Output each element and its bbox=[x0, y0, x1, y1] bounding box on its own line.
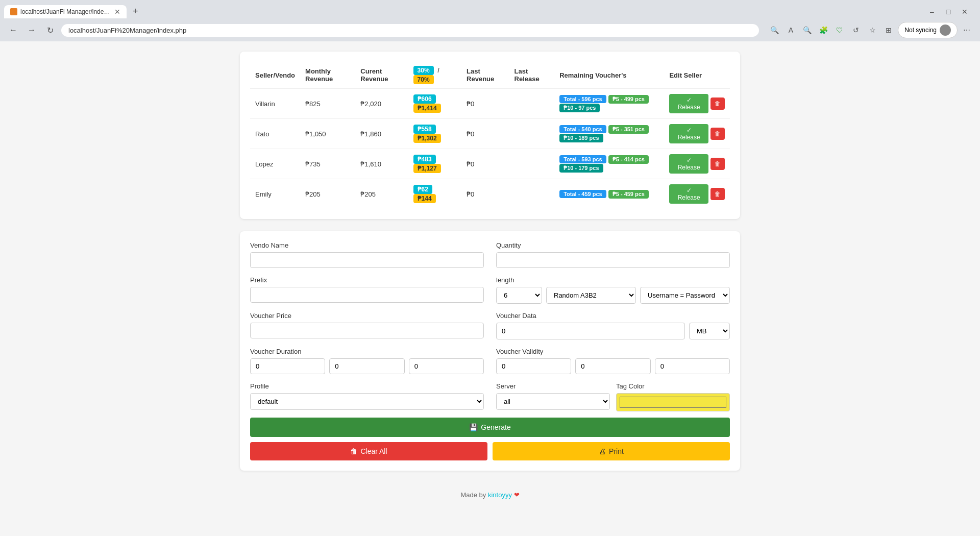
vendo-name-input[interactable] bbox=[250, 252, 484, 268]
delete-button[interactable]: 🗑 bbox=[710, 188, 725, 200]
col-monthly: Monthly Revenue bbox=[300, 62, 355, 89]
cell-current: ₱1,860 bbox=[355, 119, 408, 149]
voucher-badge: ₱10 - 97 pcs bbox=[559, 104, 600, 112]
validity-input-1[interactable] bbox=[496, 358, 571, 374]
voucher-price-group: Voucher Price bbox=[250, 312, 484, 339]
tab-close-button[interactable]: ✕ bbox=[114, 8, 120, 15]
sync-button[interactable]: Not syncing bbox=[898, 22, 958, 38]
release-button[interactable]: ✓ Release bbox=[669, 124, 708, 143]
prefix-input[interactable] bbox=[250, 287, 484, 303]
font-icon[interactable]: A bbox=[783, 23, 798, 37]
tab-favicon bbox=[10, 8, 17, 15]
edit-cell: ✓ Release 🗑 bbox=[669, 124, 725, 143]
edit-cell: ✓ Release 🗑 bbox=[669, 154, 725, 174]
heart-icon: ❤ bbox=[514, 491, 520, 499]
delete-button[interactable]: 🗑 bbox=[710, 98, 725, 110]
page-content: Seller/Vendo Monthly Revenue Curent Reve… bbox=[0, 41, 980, 536]
cell-current: ₱2,020 bbox=[355, 89, 408, 119]
search-icon[interactable]: 🔍 bbox=[767, 23, 781, 37]
collections-icon[interactable]: ⊞ bbox=[881, 23, 896, 37]
zoom-icon[interactable]: 🔍 bbox=[800, 23, 814, 37]
clear-icon: 🗑 bbox=[350, 447, 357, 455]
duration-input-2[interactable] bbox=[329, 358, 404, 374]
voucher-duration-label: Voucher Duration bbox=[250, 348, 484, 355]
release-button[interactable]: ✓ Release bbox=[669, 154, 708, 174]
voucher-data-group: Voucher Data MB GB bbox=[496, 312, 730, 339]
tag-color-label: Tag Color bbox=[616, 382, 730, 390]
voucher-duration-group: Voucher Duration bbox=[250, 348, 484, 374]
seller-table: Seller/Vendo Monthly Revenue Curent Reve… bbox=[250, 62, 730, 209]
cell-last-release bbox=[509, 149, 555, 179]
prefix-group: Prefix bbox=[250, 276, 484, 304]
extension-icon[interactable]: 🧩 bbox=[816, 23, 830, 37]
back-button[interactable]: ← bbox=[6, 23, 20, 37]
generate-button[interactable]: 💾 Generate bbox=[250, 418, 730, 437]
maximize-button[interactable]: □ bbox=[941, 5, 955, 19]
clear-all-button[interactable]: 🗑 Clear All bbox=[250, 442, 487, 460]
length-select[interactable]: 6 bbox=[496, 287, 542, 304]
close-window-button[interactable]: ✕ bbox=[958, 5, 972, 19]
data-unit-select[interactable]: MB GB bbox=[689, 323, 730, 339]
col-last-release: Last Release bbox=[509, 62, 555, 89]
delete-button[interactable]: 🗑 bbox=[710, 158, 725, 170]
forward-button[interactable]: → bbox=[24, 23, 39, 37]
type-select[interactable]: Username = Password bbox=[640, 287, 730, 304]
cell-monthly: ₱205 bbox=[300, 179, 355, 209]
seller-table-card: Seller/Vendo Monthly Revenue Curent Reve… bbox=[240, 52, 740, 219]
refresh-settings-icon[interactable]: ↺ bbox=[849, 23, 863, 37]
table-row: Lopez ₱735 ₱1,610 ₱483 ₱1,127 ₱0 Total -… bbox=[250, 149, 730, 179]
prefix-label: Prefix bbox=[250, 276, 484, 284]
new-tab-button[interactable]: + bbox=[129, 4, 142, 19]
voucher-price-input[interactable] bbox=[250, 323, 484, 338]
validity-row bbox=[496, 358, 730, 374]
sync-label: Not syncing bbox=[904, 27, 937, 34]
col-seller: Seller/Vendo bbox=[250, 62, 300, 89]
validity-input-3[interactable] bbox=[655, 358, 730, 374]
duration-input-3[interactable] bbox=[409, 358, 484, 374]
duration-input-1[interactable] bbox=[250, 358, 325, 374]
delete-button[interactable]: 🗑 bbox=[710, 128, 725, 140]
table-row: Villarin ₱825 ₱2,020 ₱606 ₱1,414 ₱0 Tota… bbox=[250, 89, 730, 119]
cell-seller-name: Villarin bbox=[250, 89, 300, 119]
quantity-input[interactable] bbox=[496, 252, 730, 268]
pct-30-cell: ₱483 bbox=[413, 155, 436, 164]
cell-seller-name: Rato bbox=[250, 119, 300, 149]
vendo-name-group: Vendo Name bbox=[250, 241, 484, 268]
tag-color-input[interactable] bbox=[616, 393, 730, 411]
address-input[interactable] bbox=[61, 24, 759, 37]
voucher-data-input[interactable] bbox=[496, 323, 685, 339]
release-button[interactable]: ✓ Release bbox=[669, 184, 708, 204]
voucher-validity-label: Voucher Validity bbox=[496, 348, 730, 355]
random-select[interactable]: Random A3B2 bbox=[546, 287, 636, 304]
voucher-badge: ₱5 - 459 pcs bbox=[608, 190, 649, 199]
cell-edit: ✓ Release 🗑 bbox=[664, 119, 730, 149]
author-link[interactable]: kintoyyy bbox=[488, 491, 512, 499]
print-button[interactable]: 🖨 Print bbox=[493, 442, 730, 460]
action-buttons: 🗑 Clear All 🖨 Print bbox=[250, 442, 730, 460]
voucher-badge: ₱10 - 189 pcs bbox=[559, 134, 603, 142]
browser-chrome: localhost/JuanFi Manager/index... ✕ + – … bbox=[0, 0, 980, 41]
settings-icon[interactable]: ⋯ bbox=[960, 23, 974, 37]
cell-last-revenue: ₱0 bbox=[461, 119, 509, 149]
cell-seller-name: Lopez bbox=[250, 149, 300, 179]
col-pct: 30% / 70% bbox=[408, 62, 461, 89]
minimize-button[interactable]: – bbox=[925, 5, 939, 19]
voucher-badge: ₱5 - 351 pcs bbox=[608, 125, 649, 134]
server-select[interactable]: all bbox=[496, 393, 610, 410]
voucher-badge: Total - 593 pcs bbox=[559, 155, 606, 163]
profile-select[interactable]: default bbox=[250, 393, 484, 410]
release-button[interactable]: ✓ Release bbox=[669, 94, 708, 113]
cell-vouchers: Total - 593 pcs₱5 - 414 pcs₱10 - 179 pcs bbox=[554, 149, 664, 179]
shield-icon[interactable]: 🛡 bbox=[832, 23, 847, 37]
validity-input-2[interactable] bbox=[575, 358, 650, 374]
profile-label: Profile bbox=[250, 382, 484, 390]
voucher-validity-group: Voucher Validity bbox=[496, 348, 730, 374]
generator-form-card: Vendo Name Quantity Prefix length 6 bbox=[240, 231, 740, 471]
pct-30-badge: 30% bbox=[413, 66, 434, 75]
favorites-icon[interactable]: ☆ bbox=[865, 23, 879, 37]
refresh-button[interactable]: ↻ bbox=[43, 23, 57, 37]
pct-30-cell: ₱62 bbox=[413, 185, 432, 194]
voucher-badge: Total - 459 pcs bbox=[559, 190, 606, 198]
active-tab[interactable]: localhost/JuanFi Manager/index... ✕ bbox=[4, 5, 127, 18]
voucher-price-label: Voucher Price bbox=[250, 312, 484, 320]
